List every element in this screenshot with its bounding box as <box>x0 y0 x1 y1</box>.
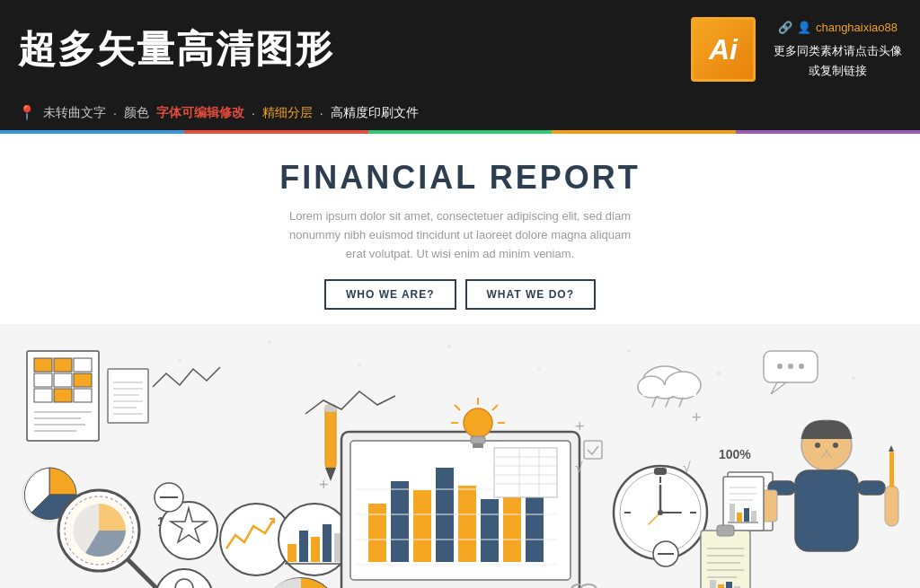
svg-text:√: √ <box>683 460 691 475</box>
subtitle-text5: 高精度印刷文件 <box>331 105 419 121</box>
svg-rect-184 <box>471 436 485 443</box>
svg-rect-120 <box>654 468 667 475</box>
svg-text:+: + <box>319 476 329 494</box>
svg-rect-93 <box>494 448 557 497</box>
svg-rect-86 <box>481 499 499 562</box>
top-banner: 超多矢量高清图形 Ai 🔗 👤 changhaixiao88 更多同类素材请点击… <box>0 0 920 99</box>
svg-point-119 <box>658 510 663 515</box>
svg-rect-83 <box>413 490 431 562</box>
subtitle-text1: 未转曲文字 <box>43 105 106 121</box>
svg-rect-132 <box>795 470 858 551</box>
user-desc2: 或复制链接 <box>774 61 902 81</box>
subtitle-text2: 颜色 <box>124 105 149 121</box>
user-icon: 🔗 <box>778 18 792 38</box>
svg-rect-146 <box>889 452 894 487</box>
subtitle-dot1: · <box>113 106 117 120</box>
subtitle-text3: 字体可编辑修改 <box>156 105 244 121</box>
svg-rect-28 <box>34 389 52 402</box>
svg-rect-25 <box>34 373 52 387</box>
svg-point-10 <box>717 372 721 375</box>
hero-buttons: WHO WE ARE? WHAT WE DO? <box>18 279 902 310</box>
svg-point-162 <box>788 364 793 369</box>
svg-point-183 <box>464 408 492 437</box>
svg-rect-107 <box>325 405 336 468</box>
svg-rect-143 <box>751 511 756 522</box>
main-content: FINANCIAL REPORT Lorem ipsum dolor sit a… <box>0 134 920 588</box>
svg-rect-148 <box>701 531 750 588</box>
svg-rect-141 <box>737 513 742 522</box>
svg-point-9 <box>627 349 631 353</box>
who-we-are-button[interactable]: WHO WE ARE? <box>324 279 456 310</box>
svg-rect-167 <box>642 385 696 396</box>
svg-rect-81 <box>368 504 386 562</box>
small-doc <box>108 369 148 423</box>
svg-rect-52 <box>323 524 332 562</box>
banner-right: 🔗 👤 changhaixiao88 更多同类素材请点击头像 或复制链接 <box>774 18 902 81</box>
svg-rect-157 <box>726 582 732 588</box>
svg-point-7 <box>447 345 451 348</box>
subtitle-bar: 📍 未转曲文字 · 颜色 字体可编辑修改 · 精细分层 · 高精度印刷文件 <box>0 99 920 130</box>
illustration-area: 10% <box>0 324 920 588</box>
svg-point-12 <box>852 376 855 380</box>
what-we-do-button[interactable]: WHAT WE DO? <box>465 279 596 310</box>
svg-rect-142 <box>744 508 749 522</box>
svg-point-5 <box>268 340 271 344</box>
spreadsheet-icon <box>27 351 99 441</box>
subtitle-text4: 精细分层 <box>262 105 313 121</box>
svg-rect-155 <box>710 580 716 588</box>
svg-rect-22 <box>34 358 52 372</box>
svg-point-131 <box>833 443 838 448</box>
banner-title: 超多矢量高清图形 <box>18 24 691 75</box>
hero-section: FINANCIAL REPORT Lorem ipsum dolor sit a… <box>0 134 920 324</box>
svg-rect-51 <box>311 537 320 562</box>
ai-logo: Ai <box>691 17 756 82</box>
banner-user: 🔗 👤 changhaixiao88 <box>774 18 902 38</box>
svg-rect-145 <box>885 486 898 526</box>
svg-rect-50 <box>299 531 308 562</box>
svg-text:100%: 100% <box>719 447 751 461</box>
svg-rect-24 <box>74 358 92 372</box>
svg-rect-35 <box>108 369 148 423</box>
svg-rect-49 <box>288 544 296 562</box>
svg-rect-30 <box>74 389 92 402</box>
svg-rect-140 <box>730 504 735 522</box>
svg-point-130 <box>815 443 820 448</box>
svg-rect-82 <box>391 481 409 562</box>
pin-icon: 📍 <box>18 104 36 121</box>
svg-text:+: + <box>575 417 585 435</box>
svg-rect-85 <box>458 486 476 562</box>
illustration-svg: 10% <box>0 324 920 588</box>
svg-rect-134 <box>858 481 885 495</box>
svg-rect-156 <box>718 584 724 588</box>
svg-point-6 <box>358 363 361 366</box>
svg-text:+: + <box>692 408 702 426</box>
user-desc1: 更多同类素材请点击头像 <box>774 41 902 61</box>
username[interactable]: changhaixiao88 <box>816 18 898 38</box>
subtitle-dot2: · <box>252 106 255 120</box>
svg-rect-149 <box>717 525 734 536</box>
svg-point-161 <box>777 364 783 369</box>
svg-text:√: √ <box>575 460 583 475</box>
hero-subtitle: Lorem ipsum dolor sit amet, consectetuer… <box>280 207 640 263</box>
hero-title: FINANCIAL REPORT <box>18 159 902 197</box>
svg-rect-26 <box>54 373 72 387</box>
subtitle-dot3: · <box>320 106 323 120</box>
svg-rect-29 <box>54 389 72 402</box>
svg-rect-88 <box>526 495 544 562</box>
svg-point-8 <box>537 367 541 371</box>
svg-rect-23 <box>54 358 72 372</box>
svg-rect-185 <box>473 443 483 448</box>
svg-point-163 <box>799 364 804 369</box>
svg-rect-27 <box>74 373 92 387</box>
user-icon2: 👤 <box>797 18 811 38</box>
svg-point-4 <box>178 358 181 362</box>
